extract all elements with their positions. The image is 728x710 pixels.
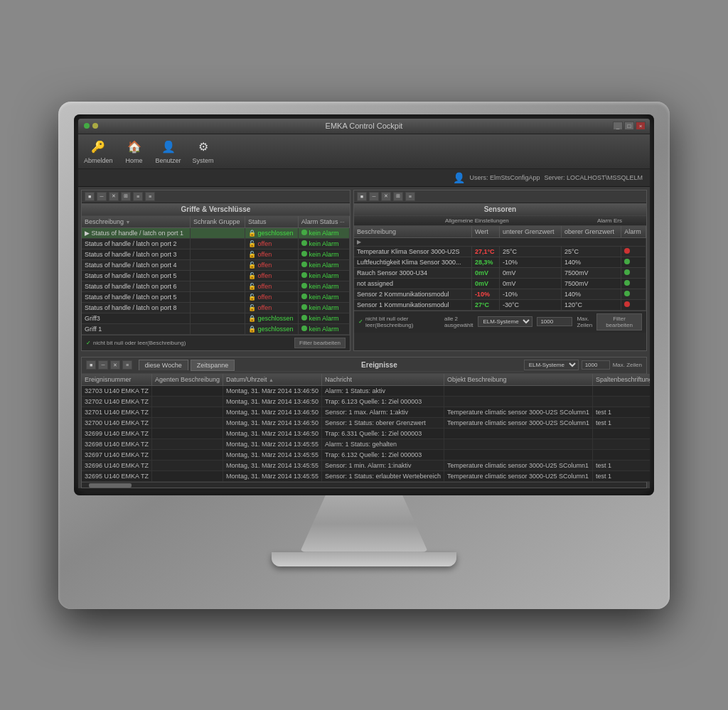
ereignisse-nr: 32695 U140 EMKA TZ (82, 470, 151, 481)
sensoren-wert: 0mV (471, 267, 499, 278)
griffe-btn-6[interactable]: ≡ (145, 192, 155, 201)
max-zeilen-input-events[interactable] (582, 360, 610, 370)
sensoren-col-upper[interactable]: oberer Grenzwert (561, 226, 621, 238)
griffe-row[interactable]: Status of handle / latch on port 3 🔓 off… (82, 249, 349, 259)
ereignisse-btn-3[interactable]: ✕ (110, 360, 120, 370)
close-button[interactable]: × (636, 122, 646, 130)
griffe-col-beschreibung[interactable]: Beschreibung ▼ (82, 216, 190, 228)
sensoren-row[interactable]: Sensor 1 Kommunikationsmodul 27°C -30°C … (354, 299, 646, 310)
sensoren-col-lower[interactable]: unterer Grenzwert (499, 226, 561, 238)
ereignisse-row[interactable]: 32696 U140 EMKA TZ Montag, 31. März 2014… (82, 460, 650, 470)
ereignisse-col-agent[interactable]: Agenten Beschreibung (151, 374, 223, 386)
ereignisse-btn-2[interactable]: ─ (98, 360, 108, 370)
griffe-row[interactable]: Griff3 🔒 geschlossen kein Alarm (82, 313, 349, 323)
griffe-alarm: kein Alarm (298, 291, 349, 302)
ereignisse-btn-1[interactable]: ■ (86, 360, 96, 370)
minimize-button[interactable]: _ (613, 122, 623, 130)
griffe-alarm: kein Alarm (298, 238, 349, 249)
elm-value-input[interactable] (537, 317, 572, 326)
sensoren-table: Beschreibung Wert unterer Grenzwert ober… (354, 226, 646, 311)
toolbar-benutzer[interactable]: 👤 Benutzer (156, 139, 181, 164)
ereignisse-col-msg[interactable]: Nachricht (322, 374, 444, 386)
griffe-row[interactable]: Status of handle / latch on port 4 🔓 off… (82, 259, 349, 270)
griffe-alarm: kein Alarm (298, 270, 349, 281)
max-zeilen-events-label: Max. Zeilen (613, 362, 642, 368)
griffe-desc: Status of handle / latch on port 8 (82, 302, 190, 313)
scrollbar-thumb[interactable] (89, 483, 132, 488)
ereignisse-msg: Alarm: 1 Status: aktiv (322, 385, 444, 396)
elm-systeme-select[interactable]: ELM-Systeme (478, 316, 532, 327)
griffe-alarm: kein Alarm (298, 302, 349, 313)
griffe-col-alarm[interactable]: Alarm Status ··· (298, 216, 349, 228)
ereignisse-row[interactable]: 32703 U140 EMKA TZ Montag, 31. März 2014… (82, 385, 650, 396)
griffe-alarm: kein Alarm (298, 281, 349, 291)
ereignisse-col1 (593, 428, 650, 439)
griffe-col-status[interactable]: Status (245, 216, 298, 228)
griffe-row[interactable]: ▶ Status of handle / latch on port 1 🔒 g… (82, 227, 349, 238)
griffe-btn-2[interactable]: ─ (97, 192, 107, 201)
toolbar-abmelden[interactable]: 🔑 Abmelden (84, 139, 113, 164)
ereignisse-datum: Montag, 31. März 2014 13:46:50 (223, 428, 321, 439)
ereignisse-agent (151, 439, 223, 449)
alarm-dot (624, 280, 630, 286)
sensoren-wert: 27°C (471, 299, 499, 310)
ereignisse-row[interactable]: 32702 U140 EMKA TZ Montag, 31. März 2014… (82, 396, 650, 407)
sensoren-row[interactable]: not assigned 0mV 0mV 7500mV (354, 278, 646, 289)
sensoren-row[interactable]: Temperatur Klima Sensor 3000-U2S 27,1°C … (354, 246, 646, 257)
ereignisse-row[interactable]: 32698 U140 EMKA TZ Montag, 31. März 2014… (82, 439, 650, 449)
griffe-row[interactable]: Status of handle / latch on port 2 🔓 off… (82, 238, 349, 249)
sensoren-col-alarm[interactable]: Alarm (621, 226, 646, 238)
tab-zeitspanne[interactable]: Zeitspanne (191, 360, 235, 371)
ereignisse-col1: test 1 (593, 470, 650, 481)
ereignisse-row[interactable]: 32695 U140 EMKA TZ Montag, 31. März 2014… (82, 470, 650, 481)
sensoren-col-wert[interactable]: Wert (471, 226, 499, 238)
griffe-filter-button[interactable]: Filter bearbeiten (294, 338, 346, 348)
sensoren-desc: not assigned (354, 278, 472, 289)
sensoren-row[interactable]: Luftfeuchtigkeit Klima Sensor 3000... 28… (354, 257, 646, 267)
griffe-row[interactable]: Status of handle / latch on port 5 🔓 off… (82, 291, 349, 302)
griffe-row[interactable]: Status of handle / latch on port 8 🔓 off… (82, 302, 349, 313)
griffe-row[interactable]: Status of handle / latch on port 5 🔓 off… (82, 270, 349, 281)
ereignisse-col-nr[interactable]: Ereignisnummer (82, 374, 151, 386)
griffe-btn-3[interactable]: ✕ (109, 192, 119, 201)
sensoren-upper: 140% (561, 257, 621, 267)
ereignisse-row[interactable]: 32701 U140 EMKA TZ Montag, 31. März 2014… (82, 407, 650, 417)
elm-systeme-select-events[interactable]: ELM-Systeme (524, 360, 579, 370)
griffe-status: 🔓 offen (245, 302, 298, 313)
toolbar-home[interactable]: 🏠 Home (124, 139, 144, 164)
griffe-btn-5[interactable]: ≡ (133, 192, 143, 201)
griffe-row[interactable]: Status of handle / latch on port 6 🔓 off… (82, 281, 349, 291)
toolbar-system[interactable]: ⚙ System (193, 139, 214, 164)
maximize-button[interactable]: □ (624, 122, 634, 130)
griffe-status: 🔓 offen (245, 238, 298, 249)
sensoren-btn-2[interactable]: ─ (369, 192, 379, 201)
sensoren-btn-5[interactable]: ≡ (405, 192, 415, 201)
monitor-stand (300, 495, 428, 552)
sensoren-filter-button[interactable]: Filter bearbeiten (596, 313, 642, 330)
ereignisse-row[interactable]: 32697 U140 EMKA TZ Montag, 31. März 2014… (82, 449, 650, 460)
griffe-col-gruppe[interactable]: Schrank Gruppe (190, 216, 245, 228)
window-controls[interactable]: _ □ × (613, 122, 646, 130)
ereignisse-col-obj[interactable]: Objekt Beschreibung (444, 374, 592, 386)
ereignisse-datum: Montag, 31. März 2014 13:45:55 (223, 439, 321, 449)
griffe-btn-1[interactable]: ■ (85, 192, 95, 201)
sensoren-btn-1[interactable]: ■ (357, 192, 367, 201)
sensoren-btn-3[interactable]: ✕ (381, 192, 391, 201)
sensoren-row[interactable]: Sensor 2 Kommunikationsmodul -10% -10% 1… (354, 289, 646, 299)
griffe-btn-4[interactable]: ⊞ (121, 192, 131, 201)
ereignisse-btn-4[interactable]: ≡ (122, 360, 132, 370)
sensoren-row[interactable]: Rauch Sensor 3000-U34 0mV 0mV 7500mV (354, 267, 646, 278)
ereignisse-col-datum[interactable]: Datum/Uhrzeit ▲ (223, 374, 321, 386)
sensoren-col-beschreibung[interactable]: Beschreibung (354, 226, 472, 238)
ereignisse-col-col1[interactable]: Spaltenbeschriftung 1 (593, 374, 650, 386)
ereignisse-row[interactable]: 32700 U140 EMKA TZ Montag, 31. März 2014… (82, 417, 650, 428)
tab-diese-woche[interactable]: diese Woche (139, 360, 188, 370)
ereignisse-row[interactable]: 32699 U140 EMKA TZ Montag, 31. März 2014… (82, 428, 650, 439)
ereignisse-datum: Montag, 31. März 2014 13:45:55 (223, 449, 321, 460)
sensoren-btn-4[interactable]: ⊞ (393, 192, 403, 201)
ereignisse-col1 (593, 385, 650, 396)
title-bar: EMKA Control Cockpit _ □ × (78, 119, 650, 134)
griffe-gruppe (190, 313, 245, 323)
griffe-row[interactable]: Griff 1 🔒 geschlossen kein Alarm (82, 323, 349, 334)
ereignisse-scrollbar[interactable] (82, 482, 646, 488)
